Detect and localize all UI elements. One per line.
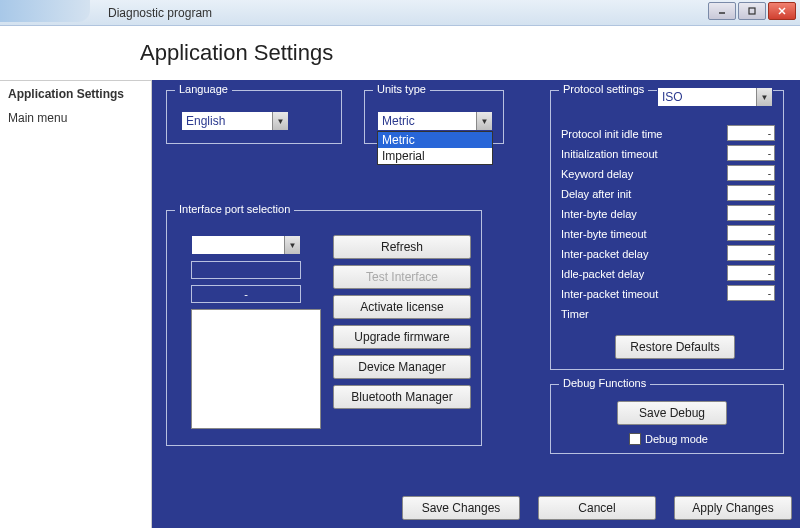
protocol-select[interactable]: ISO ▼: [657, 87, 773, 107]
device-manager-button[interactable]: Device Manager: [333, 355, 471, 379]
units-option-imperial[interactable]: Imperial: [378, 148, 492, 164]
titlebar-decoration: [0, 0, 90, 22]
protocol-row-label: Keyword delay: [561, 165, 633, 183]
restore-defaults-button[interactable]: Restore Defaults: [615, 335, 735, 359]
language-legend: Language: [175, 83, 232, 95]
protocol-row-value[interactable]: -: [727, 125, 775, 141]
units-dropdown: Metric Imperial: [377, 131, 493, 165]
protocol-row-value[interactable]: -: [727, 165, 775, 181]
protocol-row-label: Inter-byte timeout: [561, 225, 647, 243]
protocol-legend: Protocol settings: [559, 83, 648, 95]
close-button[interactable]: [768, 2, 796, 20]
port-list[interactable]: [191, 309, 321, 429]
checkbox-icon: [629, 433, 641, 445]
port-select[interactable]: ▼: [191, 235, 301, 255]
protocol-row-value[interactable]: -: [727, 205, 775, 221]
port-text-field[interactable]: [191, 261, 301, 279]
units-value: Metric: [378, 114, 415, 128]
chevron-down-icon: ▼: [756, 88, 772, 106]
protocol-row-value[interactable]: -: [727, 225, 775, 241]
language-value: English: [182, 114, 225, 128]
debug-mode-checkbox[interactable]: Debug mode: [629, 433, 708, 445]
refresh-button[interactable]: Refresh: [333, 235, 471, 259]
minimize-button[interactable]: [708, 2, 736, 20]
chevron-down-icon: ▼: [476, 112, 492, 130]
debug-legend: Debug Functions: [559, 377, 650, 389]
sidebar-item-label: Application Settings: [8, 87, 124, 101]
test-interface-button: Test Interface: [333, 265, 471, 289]
activate-license-button[interactable]: Activate license: [333, 295, 471, 319]
protocol-row-value[interactable]: -: [727, 185, 775, 201]
chevron-down-icon: ▼: [284, 236, 300, 254]
units-fieldset: Units type Metric ▼ Metric Imperial: [364, 90, 504, 144]
sidebar-item-label: Main menu: [8, 111, 67, 125]
protocol-row-label: Inter-packet timeout: [561, 285, 658, 303]
settings-panel: Language English ▼ Units type Metric ▼ M…: [152, 80, 800, 528]
units-select[interactable]: Metric ▼: [377, 111, 493, 131]
cancel-button[interactable]: Cancel: [538, 496, 656, 520]
protocol-row-label: Timer: [561, 305, 589, 323]
units-option-metric[interactable]: Metric: [378, 132, 492, 148]
port-status: -: [191, 285, 301, 303]
bottom-buttons: Save Changes Cancel Apply Changes: [402, 496, 792, 520]
protocol-row-label: Delay after init: [561, 185, 631, 203]
protocol-row-label: Inter-byte delay: [561, 205, 637, 223]
protocol-fieldset: Protocol settings ISO ▼ Restore Defaults…: [550, 90, 784, 370]
apply-changes-button[interactable]: Apply Changes: [674, 496, 792, 520]
maximize-button[interactable]: [738, 2, 766, 20]
page-header: Application Settings: [0, 26, 800, 80]
protocol-value: ISO: [658, 90, 683, 104]
protocol-row-label: Protocol init idle time: [561, 125, 663, 143]
sidebar-item-app-settings[interactable]: Application Settings: [8, 85, 143, 103]
protocol-row-value[interactable]: -: [727, 285, 775, 301]
port-fieldset: Interface port selection ▼ - Refresh Tes…: [166, 210, 482, 446]
units-legend: Units type: [373, 83, 430, 95]
port-legend: Interface port selection: [175, 203, 294, 215]
debug-mode-label: Debug mode: [645, 433, 708, 445]
save-changes-button[interactable]: Save Changes: [402, 496, 520, 520]
language-select[interactable]: English ▼: [181, 111, 289, 131]
protocol-row-value[interactable]: -: [727, 265, 775, 281]
language-fieldset: Language English ▼: [166, 90, 342, 144]
bluetooth-manager-button[interactable]: Bluetooth Manager: [333, 385, 471, 409]
protocol-row-label: Idle-packet delay: [561, 265, 644, 283]
chevron-down-icon: ▼: [272, 112, 288, 130]
sidebar: Application Settings Main menu: [0, 80, 152, 528]
protocol-row-label: Initialization timeout: [561, 145, 658, 163]
sidebar-item-main-menu[interactable]: Main menu: [8, 109, 143, 127]
protocol-row-label: Inter-packet delay: [561, 245, 648, 263]
protocol-row-value[interactable]: -: [727, 245, 775, 261]
save-debug-button[interactable]: Save Debug: [617, 401, 727, 425]
debug-fieldset: Debug Functions Save Debug Debug mode: [550, 384, 784, 454]
titlebar[interactable]: Diagnostic program: [0, 0, 800, 26]
svg-rect-1: [749, 8, 755, 14]
page-title: Application Settings: [140, 40, 333, 66]
protocol-row-value[interactable]: -: [727, 145, 775, 161]
upgrade-firmware-button[interactable]: Upgrade firmware: [333, 325, 471, 349]
